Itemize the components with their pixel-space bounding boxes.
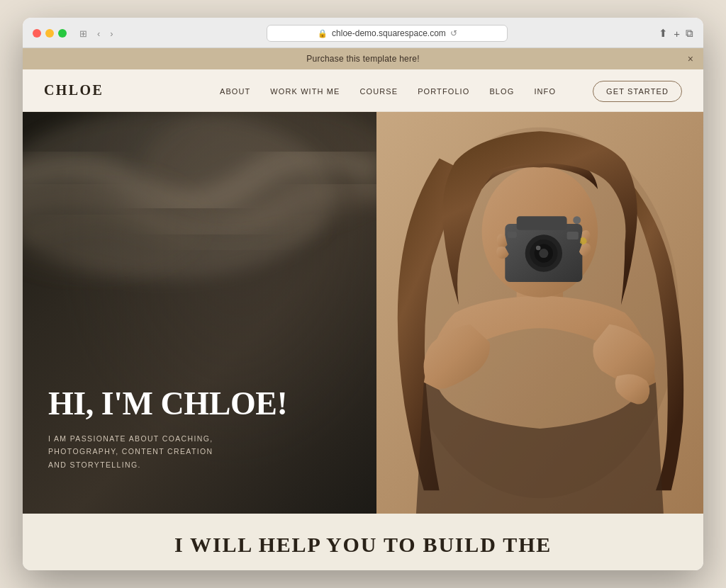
svg-rect-8	[517, 216, 567, 230]
lock-icon: 🔒	[318, 29, 328, 38]
navigation: CHLOE ABOUT WORK WITH ME COURSE PORTFOLI…	[23, 69, 703, 112]
share-button[interactable]: ⬆	[659, 27, 668, 40]
svg-rect-14	[567, 232, 579, 239]
hero-section: HI, I'M CHLOE! I AM PASSIONATE ABOUT COA…	[23, 112, 703, 514]
address-bar[interactable]: 🔒 chloe-demo.squarespace.com ↺	[267, 25, 508, 42]
hero-left-panel: HI, I'M CHLOE! I AM PASSIONATE ABOUT COA…	[23, 112, 376, 514]
nav-work-with-me[interactable]: WORK WITH ME	[270, 87, 340, 96]
nav-blog[interactable]: BLOG	[489, 87, 514, 96]
traffic-lights	[33, 29, 67, 38]
announcement-close-button[interactable]: ×	[688, 53, 693, 64]
svg-point-13	[536, 246, 541, 251]
nav-links: ABOUT WORK WITH ME COURSE PORTFOLIO BLOG…	[220, 84, 682, 97]
nav-course[interactable]: COURSE	[360, 87, 398, 96]
bottom-section: I WILL HELP YOU TO BUILD THE	[23, 514, 703, 570]
site-logo[interactable]: CHLOE	[44, 82, 220, 98]
nav-portfolio[interactable]: PORTFOLIO	[418, 87, 469, 96]
browser-controls: ⊞ ‹ ›	[77, 27, 116, 40]
svg-rect-15	[508, 232, 517, 238]
svg-point-16	[573, 216, 581, 224]
hero-left-content: HI, I'M CHLOE! I AM PASSIONATE ABOUT COA…	[48, 387, 351, 471]
hero-person-image	[376, 112, 703, 514]
svg-point-12	[539, 249, 548, 258]
wave-decoration	[23, 112, 376, 333]
nav-cta-button[interactable]: GET STARTED	[593, 81, 682, 102]
refresh-icon[interactable]: ↺	[450, 28, 457, 38]
hero-texture-overlay	[23, 112, 376, 333]
hero-headline: HI, I'M CHLOE!	[48, 387, 351, 421]
announcement-text: Purchase this template here!	[306, 54, 419, 64]
browser-chrome: ⊞ ‹ › 🔒 chloe-demo.squarespace.com ↺ ⬆ +…	[23, 18, 703, 48]
announcement-bar: Purchase this template here! ×	[23, 48, 703, 69]
hero-subheading: I AM PASSIONATE ABOUT COACHING,PHOTOGRAP…	[48, 432, 351, 471]
person-illustration	[376, 112, 703, 514]
minimize-window-button[interactable]	[45, 29, 54, 38]
address-bar-container: 🔒 chloe-demo.squarespace.com ↺	[123, 25, 652, 42]
hero-right-panel	[376, 112, 703, 514]
bottom-headline: I WILL HELP YOU TO BUILD THE	[174, 533, 552, 557]
back-button[interactable]: ‹	[94, 27, 103, 40]
maximize-window-button[interactable]	[58, 29, 67, 38]
forward-button[interactable]: ›	[107, 27, 116, 40]
close-window-button[interactable]	[33, 29, 41, 38]
nav-info[interactable]: INFO	[534, 87, 556, 96]
nav-about[interactable]: ABOUT	[220, 87, 250, 96]
url-text: chloe-demo.squarespace.com	[332, 28, 446, 38]
duplicate-tab-button[interactable]: ⧉	[686, 27, 693, 40]
browser-window: ⊞ ‹ › 🔒 chloe-demo.squarespace.com ↺ ⬆ +…	[23, 18, 703, 570]
browser-actions: ⬆ + ⧉	[659, 27, 693, 40]
new-tab-button[interactable]: +	[674, 28, 680, 40]
tab-grid-button[interactable]: ⊞	[77, 27, 90, 40]
website: Purchase this template here! × CHLOE ABO…	[23, 48, 703, 570]
